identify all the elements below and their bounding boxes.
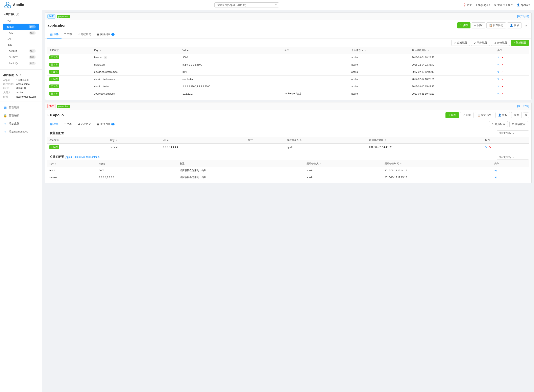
tabs-application: ▦ 表格 T 文本 ⇄ 更改历史 ▣ 实例列表 1 — [45, 30, 531, 38]
search-input[interactable] — [217, 3, 274, 6]
table-icon: ▦ — [50, 123, 53, 126]
sidebar-item-uat[interactable]: UAT — [3, 36, 39, 42]
add-cluster-action[interactable]: ＋ 添加集群 — [0, 120, 42, 128]
settings-button[interactable]: ⚙ — [523, 23, 529, 28]
sidebar-item-shajq[interactable]: SHAJQ 集群 — [3, 60, 39, 66]
tab-table[interactable]: ▦ 表格 — [47, 120, 61, 128]
filter-config-button[interactable]: ▽ 过滤配置 — [451, 40, 470, 46]
sidebar-item-label: FAT — [6, 19, 11, 22]
sidebar-item-fat[interactable]: FAT — [3, 18, 39, 23]
edit-button[interactable]: ✎ — [497, 56, 500, 59]
edit-button[interactable]: ✎ — [497, 78, 500, 81]
user-icon: 👤 — [517, 3, 520, 6]
namespace-header-application: 私有 properties [展开/收缩] — [45, 13, 531, 20]
authorize-button[interactable]: 👤 授权 — [496, 112, 510, 118]
tools-button[interactable]: ⚒ — [494, 169, 497, 172]
col-value: Value — [180, 47, 282, 54]
key-cell: servers — [47, 174, 97, 181]
sidebar-item-default-active[interactable]: default 集群 — [3, 23, 39, 30]
modifier-cell: apollo — [285, 144, 367, 151]
sidebar-item-pro-default[interactable]: default 集群 — [3, 48, 39, 54]
compare-config-button[interactable]: ⊟ 比较配置 — [491, 40, 510, 46]
delete-button[interactable]: ✕ — [501, 92, 504, 95]
sidebar-item-pro[interactable]: PRO — [3, 42, 39, 48]
table-row: servers 1.1.1.1,2.2.2.2 样例项目会使用到，勿删 apol… — [47, 174, 529, 181]
tools-button[interactable]: ⚒ — [494, 176, 497, 179]
sync-config-button[interactable]: ⟳ 同步配置 — [471, 40, 490, 46]
publish-history-button[interactable]: 📋 发布历史 — [486, 22, 506, 28]
key-cell: elastic.cluster.name — [92, 76, 180, 83]
status-cell: 已发布 — [47, 90, 92, 97]
admin-button[interactable]: ⚙ 管理员工具 ▾ — [494, 3, 513, 7]
tab-instances[interactable]: ▣ 实例列表 1 — [94, 30, 117, 38]
note-cell — [246, 144, 285, 151]
edit-button[interactable]: ✎ — [497, 92, 500, 95]
add-config-button[interactable]: + 新增配置 — [511, 40, 529, 46]
plus-icon: ＋ — [3, 121, 7, 126]
table-header-row: Key ⇅ Value 备注 最后修改人 ⇅ 最后修改时间 ⇅ 操作 — [47, 160, 529, 167]
edit-button[interactable]: ✎ — [497, 70, 500, 74]
publish-history-button[interactable]: 📋 发布历史 — [475, 112, 494, 118]
public-filter-input[interactable] — [497, 155, 529, 159]
add-namespace-action[interactable]: ＋ 添加Namespace — [0, 128, 42, 136]
expand-link[interactable]: [展开/收缩] — [517, 104, 529, 108]
publish-button[interactable]: ✈ 发布 — [457, 22, 471, 28]
table-wrap-covered: 发布状态 Key ⇅ Value 备注 最后修改人 ⇅ 最后修改时间 ⇅ 操作 … — [45, 137, 531, 153]
tab-text[interactable]: T 文本 — [61, 30, 75, 38]
delete-button[interactable]: ✕ — [489, 146, 492, 149]
manage-project-action[interactable]: ⊞ 管理项目 — [0, 103, 42, 112]
note-cell — [282, 83, 350, 90]
publish-button[interactable]: ✈ 发布 — [445, 112, 459, 118]
edit-button[interactable]: ✎ — [497, 63, 500, 66]
tab-instances[interactable]: ▣ 实例列表 1 — [94, 120, 117, 128]
compare-config-button[interactable]: ⊟ 比较配置 — [509, 121, 528, 127]
manage-secret-action[interactable]: 🔒 管理秘钥 — [0, 112, 42, 120]
rollback-button[interactable]: ↩ 回滚 — [460, 112, 473, 118]
gray-button[interactable]: 灰度 — [511, 112, 522, 118]
action-cell: ⚒ — [492, 174, 529, 181]
edit-button[interactable]: ✎ — [485, 146, 487, 149]
col-value: Value — [160, 137, 246, 144]
help-label: 帮助 — [467, 3, 472, 7]
status-cell: 已发布 — [47, 68, 92, 76]
rollback-button[interactable]: ↩ 回滚 — [472, 22, 485, 28]
star-icon[interactable]: ☆ — [19, 74, 22, 77]
tab-table[interactable]: ▦ 表格 — [47, 30, 61, 38]
delete-button[interactable]: ✕ — [501, 56, 504, 59]
value-cell: 2000 — [97, 167, 178, 174]
sidebar-item-label: UAT — [6, 37, 11, 41]
help-icon[interactable]: ? — [16, 13, 19, 16]
edit-button[interactable]: ✎ — [497, 85, 500, 88]
authorize-button[interactable]: 👤 授权 — [507, 22, 522, 28]
user-button[interactable]: 👤 apollo ▾ — [517, 3, 530, 6]
admin-label: 管理员工具 — [497, 3, 511, 7]
delete-button[interactable]: ✕ — [501, 63, 504, 66]
sync-config-button[interactable]: ⟳ 同步配置 — [489, 121, 508, 127]
settings-button[interactable]: ⚙ — [523, 112, 529, 118]
namespace-block-fxapollo: 关联 properties [展开/收缩] FX.apollo ✈ 发布 ↩ 回… — [45, 102, 532, 183]
action-cell: ✎ ✕ — [495, 61, 529, 68]
search-box[interactable]: ▾ — [214, 2, 279, 7]
delete-button[interactable]: ✕ — [501, 85, 504, 88]
filter-icon: ▽ — [454, 41, 456, 44]
history-icon: ⇄ — [78, 33, 80, 36]
edit-icon[interactable]: ✎ — [16, 74, 18, 77]
action-cell: ✎ ✕ — [495, 76, 529, 83]
status-badge: 已发布 — [49, 84, 59, 88]
time-cell: 2017-10-15 17:15:26 — [383, 174, 492, 181]
covered-filter-input[interactable] — [497, 131, 529, 135]
header: Apollo ▾ ❓ 帮助 Language ▾ ⚙ 管理员工具 ▾ 👤 apo… — [0, 0, 534, 10]
manage-secret-label: 管理秘钥 — [9, 114, 19, 117]
tab-history[interactable]: ⇄ 更改历史 — [75, 120, 94, 128]
expand-link[interactable]: [展开/收缩] — [517, 15, 529, 18]
tab-text[interactable]: T 文本 — [61, 120, 75, 128]
status-cell: 已发布 — [47, 61, 92, 68]
delete-button[interactable]: ✕ — [501, 78, 504, 81]
tab-history[interactable]: ⇄ 更改历史 — [75, 30, 94, 38]
language-button[interactable]: Language ▾ — [476, 3, 490, 6]
sidebar-item-shaoy[interactable]: SHAOY 集群 — [3, 54, 39, 60]
delete-button[interactable]: ✕ — [501, 70, 504, 74]
sidebar-item-dev[interactable]: dev 集群 — [3, 30, 39, 36]
table-wrap-application: 发布状态 Key ⇅ Value 备注 最后修改人 ⇅ 最后修改时间 ⇅ 操作 … — [45, 47, 531, 100]
help-button[interactable]: ❓ 帮助 — [463, 3, 472, 7]
